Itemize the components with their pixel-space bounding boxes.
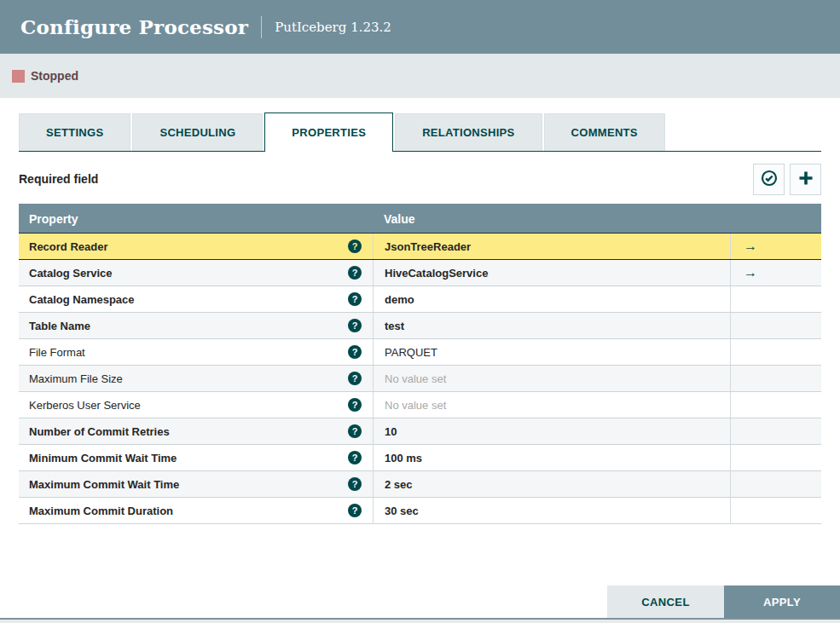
help-question-icon[interactable]: ? bbox=[348, 451, 362, 464]
add-property-button[interactable] bbox=[790, 164, 821, 195]
tab-relationships[interactable]: RELATIONSHIPS bbox=[395, 113, 542, 151]
column-header-value: Value bbox=[373, 212, 730, 226]
help-question-icon[interactable]: ? bbox=[348, 239, 362, 253]
dialog-title: Configure Processor bbox=[20, 15, 248, 38]
row-actions-cell bbox=[730, 445, 821, 470]
property-name: Maximum Commit Duration bbox=[29, 505, 173, 517]
dialog-content: SETTINGSSCHEDULINGPROPERTIESRELATIONSHIP… bbox=[0, 113, 840, 524]
property-name: Kerberos User Service bbox=[29, 399, 141, 412]
property-row[interactable]: Catalog Service?HiveCatalogService→ bbox=[19, 260, 821, 286]
property-row[interactable]: Kerberos User Service?No value set bbox=[19, 392, 821, 418]
help-question-icon[interactable]: ? bbox=[348, 504, 362, 517]
table-header-row: Property Value bbox=[19, 204, 821, 234]
property-name-cell: File Format? bbox=[19, 339, 373, 365]
tab-comments[interactable]: COMMENTS bbox=[544, 113, 665, 151]
property-row[interactable]: Maximum File Size?No value set bbox=[19, 366, 821, 392]
property-value-cell[interactable]: test bbox=[373, 313, 730, 338]
properties-toolbar: Required field bbox=[19, 163, 821, 195]
help-question-icon[interactable]: ? bbox=[348, 345, 362, 359]
property-row[interactable]: Maximum Commit Wait Time?2 sec bbox=[19, 471, 821, 498]
property-name: Maximum File Size bbox=[29, 372, 123, 385]
property-name-cell: Maximum File Size? bbox=[19, 366, 373, 391]
property-value-cell[interactable]: HiveCatalogService bbox=[373, 260, 730, 286]
property-value: 30 sec bbox=[385, 505, 419, 517]
dialog-footer: CANCEL APPLY bbox=[607, 586, 840, 619]
row-actions-cell bbox=[730, 339, 821, 365]
property-value-cell[interactable]: No value set bbox=[373, 392, 730, 418]
row-actions-cell bbox=[730, 498, 821, 523]
help-question-icon[interactable]: ? bbox=[348, 398, 362, 412]
property-row[interactable]: Catalog Namespace?demo bbox=[19, 286, 821, 313]
required-field-label: Required field bbox=[19, 172, 98, 186]
help-question-icon[interactable]: ? bbox=[348, 266, 362, 280]
property-value: 100 ms bbox=[385, 452, 422, 464]
row-actions-cell bbox=[730, 286, 821, 312]
help-question-icon[interactable]: ? bbox=[348, 424, 362, 438]
table-body: Record Reader?JsonTreeReader→Catalog Ser… bbox=[19, 233, 821, 524]
plus-icon bbox=[797, 170, 814, 189]
property-value-cell[interactable]: demo bbox=[373, 286, 730, 312]
row-actions-cell bbox=[730, 418, 821, 444]
help-question-icon[interactable]: ? bbox=[348, 477, 362, 491]
apply-button[interactable]: APPLY bbox=[724, 586, 840, 619]
property-value: HiveCatalogService bbox=[385, 267, 488, 280]
go-to-controller-service-icon[interactable]: → bbox=[744, 266, 757, 280]
property-value-cell[interactable]: 10 bbox=[373, 418, 730, 444]
property-name-cell: Minimum Commit Wait Time? bbox=[19, 445, 373, 470]
processor-name-version: PutIceberg 1.23.2 bbox=[275, 20, 391, 35]
toolbar-buttons bbox=[748, 164, 821, 195]
status-label: Stopped bbox=[31, 69, 78, 83]
property-row[interactable]: Number of Commit Retries?10 bbox=[19, 418, 821, 445]
property-value-cell[interactable]: 2 sec bbox=[373, 471, 730, 497]
property-name: Maximum Commit Wait Time bbox=[29, 478, 179, 491]
tab-properties[interactable]: PROPERTIES bbox=[264, 112, 393, 152]
tab-scheduling[interactable]: SCHEDULING bbox=[132, 113, 263, 151]
property-value-cell[interactable]: 100 ms bbox=[373, 445, 730, 470]
title-separator bbox=[261, 16, 262, 38]
property-name: File Format bbox=[29, 346, 85, 359]
help-question-icon[interactable]: ? bbox=[348, 319, 362, 332]
property-name: Catalog Namespace bbox=[29, 293, 135, 306]
cancel-button[interactable]: CANCEL bbox=[607, 586, 724, 619]
dialog-bottom-edge bbox=[0, 618, 840, 623]
help-question-icon[interactable]: ? bbox=[348, 372, 362, 385]
property-row[interactable]: Table Name?test bbox=[19, 313, 821, 339]
property-value-cell[interactable]: No value set bbox=[373, 366, 730, 391]
tab-strip: SETTINGSSCHEDULINGPROPERTIESRELATIONSHIP… bbox=[19, 113, 821, 152]
property-name-cell: Table Name? bbox=[19, 313, 373, 338]
property-value: PARQUET bbox=[385, 346, 437, 359]
property-row[interactable]: Minimum Commit Wait Time?100 ms bbox=[19, 445, 821, 471]
property-row[interactable]: Record Reader?JsonTreeReader→ bbox=[19, 233, 821, 260]
property-name-cell: Catalog Namespace? bbox=[19, 286, 373, 312]
go-to-controller-service-icon[interactable]: → bbox=[744, 239, 757, 253]
property-row[interactable]: Maximum Commit Duration?30 sec bbox=[19, 498, 821, 524]
verify-properties-button[interactable] bbox=[753, 164, 785, 195]
property-value: JsonTreeReader bbox=[385, 240, 471, 253]
tab-settings[interactable]: SETTINGS bbox=[19, 113, 130, 151]
property-name-cell: Maximum Commit Duration? bbox=[19, 498, 373, 523]
property-value: demo bbox=[385, 293, 414, 306]
property-name-cell: Catalog Service? bbox=[19, 260, 373, 286]
row-actions-cell bbox=[730, 471, 821, 497]
property-value-cell[interactable]: PARQUET bbox=[373, 339, 730, 365]
property-value: No value set bbox=[385, 399, 446, 412]
property-value-cell[interactable]: JsonTreeReader bbox=[373, 234, 730, 259]
property-name: Table Name bbox=[29, 320, 90, 332]
row-actions-cell bbox=[730, 366, 821, 391]
property-value: 2 sec bbox=[385, 478, 413, 491]
property-name: Number of Commit Retries bbox=[29, 425, 170, 438]
property-row[interactable]: File Format?PARQUET bbox=[19, 339, 821, 366]
property-name: Minimum Commit Wait Time bbox=[29, 452, 177, 464]
row-actions-cell: → bbox=[730, 234, 821, 259]
property-name-cell: Number of Commit Retries? bbox=[19, 418, 373, 444]
property-value: 10 bbox=[385, 425, 397, 438]
property-name-cell: Record Reader? bbox=[19, 234, 373, 259]
stopped-status-icon bbox=[12, 70, 25, 83]
property-value-cell[interactable]: 30 sec bbox=[373, 498, 730, 523]
property-name-cell: Maximum Commit Wait Time? bbox=[19, 471, 373, 497]
row-actions-cell bbox=[730, 313, 821, 338]
property-name: Record Reader bbox=[29, 240, 107, 253]
row-actions-cell bbox=[730, 392, 821, 418]
help-question-icon[interactable]: ? bbox=[348, 292, 362, 306]
properties-table: Property Value Record Reader?JsonTreeRea… bbox=[19, 204, 821, 524]
